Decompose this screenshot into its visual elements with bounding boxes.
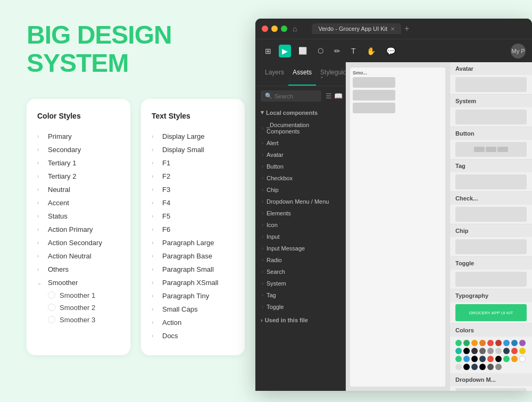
cursor-icon[interactable]: ▶ [279, 45, 291, 57]
sidebar-item-input-message[interactable]: › Input Message [255, 242, 345, 254]
style-item-action-primary[interactable]: › Action Primary [37, 223, 120, 236]
asset-chip-title: Chip [450, 224, 532, 237]
shape-icon[interactable]: ⬡ [314, 45, 327, 57]
chevron-icon: › [37, 160, 44, 166]
text-styles-title: Text Styles [152, 112, 234, 120]
style-item-accent[interactable]: › Accent [37, 196, 120, 210]
sidebar-tabs: Layers Assets Styleguide ˅ [255, 62, 345, 86]
color-swatch [479, 356, 486, 362]
asset-check-section: Check... [450, 192, 532, 224]
search-box[interactable]: 🔍 [261, 90, 321, 102]
ts-docs[interactable]: › Docs [152, 329, 234, 342]
cards-row: Color Styles › Primary › Secondary › Ter… [27, 99, 245, 355]
sidebar-item-toggle[interactable]: › Toggle [255, 301, 345, 313]
hand-icon[interactable]: ✋ [363, 45, 379, 57]
color-swatch [519, 356, 526, 362]
style-item-secondary[interactable]: › Secondary [37, 143, 120, 156]
minimize-button[interactable] [271, 26, 278, 32]
chevron-icon: › [37, 147, 44, 153]
sidebar-item-tag[interactable]: › Tag [255, 289, 345, 301]
chevron-icon: › [37, 240, 44, 246]
style-item-smoother[interactable]: ⌄ Smoother [37, 276, 120, 289]
ts-para-xsmall[interactable]: › Paragraph XSmall [152, 276, 234, 289]
sidebar-item-checkbox[interactable]: › Checkbox [255, 172, 345, 184]
system-thumb [455, 110, 527, 124]
ts-para-large[interactable]: › Paragraph Large [152, 236, 234, 249]
pen-icon[interactable]: ✏ [331, 45, 344, 57]
sidebar-item-avatar[interactable]: › Avatar [255, 149, 345, 161]
style-item-neutral[interactable]: › Neutral [37, 183, 120, 196]
check-thumb [455, 207, 527, 222]
close-button[interactable] [262, 26, 268, 32]
color-swatch [495, 340, 502, 346]
sidebar-item-docs[interactable]: › _Documentation Components [255, 119, 345, 137]
smoother-2-item[interactable]: Smoother 2 [48, 302, 120, 314]
ts-para-tiny[interactable]: › Paragraph Tiny [152, 289, 234, 303]
asset-avatar-item [450, 75, 532, 95]
chevron-icon: › [37, 213, 44, 219]
ts-display-large[interactable]: › Display Large [152, 130, 234, 143]
toolbar-right: My P [511, 44, 526, 58]
color-dot [48, 316, 55, 323]
frame-icon[interactable]: ⬜ [295, 45, 310, 57]
style-item-primary[interactable]: › Primary [37, 130, 120, 143]
ts-f4[interactable]: › F4 [152, 196, 234, 210]
ts-small-caps[interactable]: › Small Caps [152, 303, 234, 316]
style-item-tertiary1[interactable]: › Tertiary 1 [37, 156, 120, 170]
sidebar-item-radio[interactable]: › Radio [255, 254, 345, 266]
ts-f3[interactable]: › F3 [152, 183, 234, 196]
chevron-down-icon: ▾ [261, 109, 264, 116]
asset-panel: Avatar System Button [450, 62, 532, 391]
local-components-header[interactable]: ▾ Local components [255, 106, 345, 119]
sidebar-item-input[interactable]: › Input [255, 231, 345, 242]
typography-thumb: GROCERY APP UI KIT [455, 304, 527, 321]
dropdown-thumb [455, 388, 527, 391]
book-icon[interactable]: 📖 [333, 91, 344, 101]
grid-icon[interactable]: ⊞ [262, 45, 275, 57]
sidebar-item-elements[interactable]: › Elements [255, 207, 345, 219]
ts-f2[interactable]: › F2 [152, 170, 234, 183]
smoother-1-item[interactable]: Smoother 1 [48, 289, 120, 302]
style-item-status[interactable]: › Status [37, 210, 120, 223]
asset-avatar-title: Avatar [450, 62, 532, 75]
tab-styleguide[interactable]: Styleguide ˅ [316, 66, 346, 86]
ts-f6[interactable]: › F6 [152, 223, 234, 236]
tag-thumb [455, 174, 527, 189]
ts-display-small[interactable]: › Display Small [152, 143, 234, 156]
ts-f5[interactable]: › F5 [152, 210, 234, 223]
sidebar-item-icon[interactable]: › Icon [255, 219, 345, 231]
sidebar-item-alert[interactable]: › Alert [255, 137, 345, 149]
chevron-down-icon: ⌄ [37, 280, 44, 286]
list-view-icon[interactable]: ☰ [325, 91, 333, 101]
color-swatch [463, 364, 470, 370]
sidebar-item-search[interactable]: › Search [255, 266, 345, 278]
sidebar-item-chip[interactable]: › Chip [255, 184, 345, 196]
sidebar-item-dropdown[interactable]: › Dropdown Menu / Menu [255, 196, 345, 207]
tab-close-icon[interactable]: ✕ [390, 26, 395, 32]
tab-add-icon[interactable]: + [404, 24, 409, 34]
tab-assets[interactable]: Assets [288, 66, 316, 86]
chevron-icon: › [262, 187, 263, 192]
ts-f1[interactable]: › F1 [152, 156, 234, 170]
sidebar-search-area: 🔍 ☰ 📖 [255, 86, 345, 106]
figma-tab[interactable]: Verdo - Grocery App UI Kit ✕ [312, 23, 401, 34]
sidebar-item-system[interactable]: › System [255, 278, 345, 289]
comment-icon[interactable]: 💬 [383, 45, 398, 57]
smoother-3-item[interactable]: Smoother 3 [48, 314, 120, 326]
text-icon[interactable]: T [348, 45, 359, 57]
tab-layers[interactable]: Layers [261, 66, 288, 86]
used-in-file-header[interactable]: › Used in this file [255, 313, 345, 325]
sidebar-item-button[interactable]: › Button [255, 161, 345, 172]
ts-para-small[interactable]: › Paragraph Small [152, 263, 234, 276]
style-item-action-neutral[interactable]: › Action Neutral [37, 249, 120, 263]
text-styles-card: Text Styles › Display Large › Display Sm… [141, 99, 245, 355]
style-item-tertiary2[interactable]: › Tertiary 2 [37, 170, 120, 183]
style-item-others[interactable]: › Others [37, 263, 120, 276]
style-item-action-secondary[interactable]: › Action Secondary [37, 236, 120, 249]
asset-avatar-section: Avatar [450, 62, 532, 95]
search-input[interactable] [275, 93, 317, 99]
home-icon[interactable]: ⌂ [293, 24, 297, 33]
maximize-button[interactable] [281, 26, 287, 32]
ts-action[interactable]: › Action [152, 316, 234, 329]
ts-para-base[interactable]: › Paragraph Base [152, 249, 234, 263]
